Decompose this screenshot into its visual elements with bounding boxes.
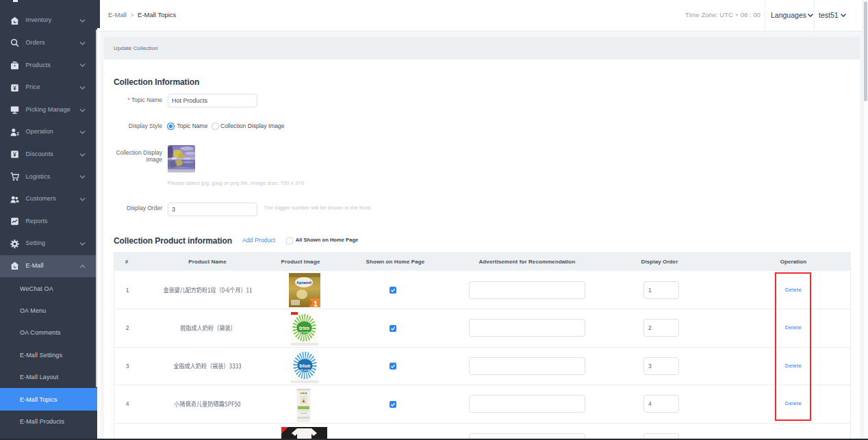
svg-text:milk powder: milk powder (299, 369, 310, 372)
svg-text:trim: trim (299, 324, 309, 331)
svg-text:blue: blue (299, 363, 311, 369)
svg-text:milk powder: milk powder (298, 331, 309, 333)
svg-text:natural: natural (301, 412, 307, 415)
svg-text:GAIA: GAIA (300, 391, 307, 395)
svg-text:1: 1 (314, 300, 318, 307)
svg-text:Aptamil: Aptamil (296, 281, 311, 285)
